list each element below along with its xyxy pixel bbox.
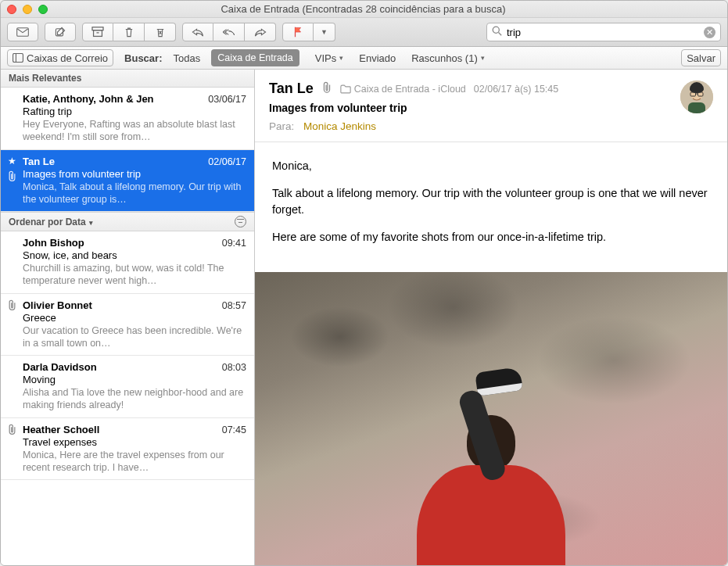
row-sender: Katie, Anthony, John & Jen xyxy=(23,93,154,105)
row-date: 07:45 xyxy=(222,424,246,435)
message-row[interactable]: John Bishop09:41Snow, ice, and bearsChur… xyxy=(1,231,254,294)
paperclip-icon xyxy=(5,424,18,438)
row-subject: Moving xyxy=(23,374,246,385)
message-to-line: Para: Monica Jenkins xyxy=(269,120,713,132)
sidebar-icon xyxy=(13,53,23,63)
photo-subject xyxy=(417,415,565,566)
reply-all-icon xyxy=(223,27,235,38)
list-sort-header[interactable]: Ordenar por Data▾ xyxy=(1,212,254,231)
reply-button[interactable] xyxy=(182,23,213,41)
row-sender: Heather Schoell xyxy=(23,424,99,435)
reply-icon xyxy=(192,27,204,38)
scope-all[interactable]: Todas xyxy=(173,52,200,64)
row-preview: Monica, Talk about a lifelong memory. Ou… xyxy=(23,181,246,206)
save-search-button[interactable]: Salvar xyxy=(681,49,721,66)
attachment-photo[interactable] xyxy=(255,272,727,566)
svg-line-6 xyxy=(499,33,502,36)
message-row[interactable]: Olivier Bonnet08:57GreeceOur vacation to… xyxy=(1,294,254,356)
folder-label: Caixa de Entrada - iCloud xyxy=(354,84,466,95)
junk-button[interactable] xyxy=(145,23,176,41)
flag-icon xyxy=(292,27,304,38)
message-subject: Images from volunteer trip xyxy=(269,102,713,114)
reply-all-button[interactable] xyxy=(213,23,245,41)
mailboxes-toggle-button[interactable]: Caixas de Correio xyxy=(7,49,113,66)
row-preview: Monica, Here are the travel expenses fro… xyxy=(23,449,246,475)
toolbar: ▼ ✕ xyxy=(1,18,727,47)
message-row[interactable]: ★Tan Le02/06/17Images from volunteer tri… xyxy=(1,150,254,213)
chevron-down-icon: ▾ xyxy=(481,54,485,62)
junk-icon xyxy=(154,27,167,38)
row-preview: Hey Everyone, Rafting was an absolute bl… xyxy=(23,118,246,144)
row-date: 02/06/17 xyxy=(208,156,246,167)
message-datetime: 02/06/17 à(s) 15:45 xyxy=(474,84,558,95)
to-label: Para: xyxy=(269,120,294,132)
row-date: 03/06/17 xyxy=(208,94,246,105)
chevron-down-icon: ▾ xyxy=(339,54,343,62)
list-section-relevant: Mais Relevantes xyxy=(1,70,254,88)
scope-inbox[interactable]: Caixa de Entrada xyxy=(211,49,299,66)
paperclip-icon xyxy=(5,170,18,184)
filter-icon[interactable] xyxy=(235,216,246,227)
window-title: Caixa de Entrada (Encontradas 28 coincid… xyxy=(5,3,721,15)
window-titlebar: Caixa de Entrada (Encontradas 28 coincid… xyxy=(1,1,727,18)
folder-icon xyxy=(340,84,351,94)
mailboxes-label: Caixas de Correio xyxy=(27,52,108,64)
body-paragraph: Here are some of my favorite shots from … xyxy=(272,229,710,245)
message-row[interactable]: Heather Schoell07:45Travel expensesMonic… xyxy=(1,418,254,481)
archive-icon xyxy=(91,27,104,38)
row-subject: Greece xyxy=(23,312,246,324)
row-preview: Our vacation to Greece has been incredib… xyxy=(23,324,246,350)
row-sender: Olivier Bonnet xyxy=(23,299,92,311)
search-icon xyxy=(492,26,502,38)
message-folder[interactable]: Caixa de Entrada - iCloud xyxy=(340,84,466,95)
paperclip-icon xyxy=(5,299,18,313)
message-list[interactable]: Mais Relevantes Katie, Anthony, John & J… xyxy=(1,70,255,566)
message-body: Monica,Talk about a lifelong memory. Our… xyxy=(255,142,727,272)
svg-rect-0 xyxy=(17,28,29,37)
compose-icon xyxy=(54,27,66,38)
star-icon: ★ xyxy=(5,156,18,167)
body-paragraph: Monica, xyxy=(272,158,710,174)
search-scope-label: Buscar: xyxy=(124,52,162,64)
clear-search-button[interactable]: ✕ xyxy=(704,27,715,38)
get-mail-button[interactable] xyxy=(7,23,38,41)
chevron-down-icon: ▾ xyxy=(89,219,93,227)
scope-sent[interactable]: Enviado xyxy=(359,52,396,64)
row-subject: Snow, ice, and bears xyxy=(23,249,246,261)
delete-button[interactable] xyxy=(113,23,145,41)
archive-button[interactable] xyxy=(82,23,113,41)
sort-label: Ordenar por Data xyxy=(9,217,86,227)
row-sender: John Bishop xyxy=(23,237,84,249)
flag-menu-button[interactable]: ▼ xyxy=(314,23,335,41)
chevron-down-icon: ▼ xyxy=(321,28,328,36)
message-row[interactable]: Darla Davidson08:03MovingAlisha and Tia … xyxy=(1,356,254,418)
search-field[interactable]: ✕ xyxy=(486,23,721,41)
search-input[interactable] xyxy=(507,27,699,38)
message-row[interactable]: Katie, Anthony, John & Jen03/06/17Raftin… xyxy=(1,88,254,150)
to-recipient[interactable]: Monica Jenkins xyxy=(303,120,376,132)
flag-button[interactable] xyxy=(282,23,314,41)
sender-avatar[interactable] xyxy=(680,81,713,113)
scope-vips[interactable]: VIPs▾ xyxy=(310,49,348,66)
row-sender: Darla Davidson xyxy=(23,361,97,373)
svg-rect-11 xyxy=(688,102,705,113)
row-sender: Tan Le xyxy=(23,156,55,167)
svg-rect-7 xyxy=(13,53,23,62)
main-split: Mais Relevantes Katie, Anthony, John & J… xyxy=(1,70,727,566)
row-date: 08:57 xyxy=(222,300,246,311)
envelope-icon xyxy=(16,27,29,38)
message-header: Tan Le Caixa de Entrada - iCloud 02/06/1… xyxy=(255,70,727,142)
row-subject: Travel expenses xyxy=(23,436,246,448)
forward-icon xyxy=(254,27,267,38)
svg-point-5 xyxy=(493,27,499,33)
forward-button[interactable] xyxy=(245,23,276,41)
from-name[interactable]: Tan Le xyxy=(269,81,314,97)
compose-button[interactable] xyxy=(45,23,76,41)
row-preview: Alisha and Tia love the new neighbor-hoo… xyxy=(23,386,246,412)
trash-icon xyxy=(123,27,135,38)
search-filter-bar: Caixas de Correio Buscar: Todas Caixa de… xyxy=(1,47,727,70)
row-date: 08:03 xyxy=(222,362,246,373)
scope-drafts[interactable]: Rascunhos (1)▾ xyxy=(407,49,490,66)
row-subject: Images from volunteer trip xyxy=(23,168,246,180)
svg-rect-3 xyxy=(94,30,102,37)
